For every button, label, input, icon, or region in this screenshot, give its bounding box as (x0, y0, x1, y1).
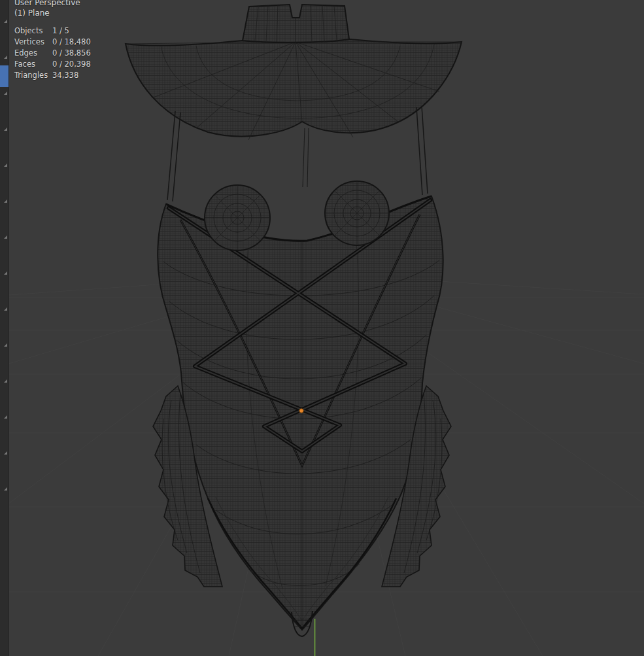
stat-value-triangles: 34,338 (52, 71, 91, 80)
tool-corner-mark[interactable] (4, 128, 7, 131)
stat-value-objects: 1 / 5 (52, 27, 91, 35)
scene-statistics: Objects 1 / 5 Vertices 0 / 18,480 Edges … (14, 27, 91, 80)
viewport-canvas[interactable] (0, 0, 644, 656)
tool-corner-mark[interactable] (4, 56, 7, 59)
stat-label-faces: Faces (14, 60, 51, 69)
toolbar[interactable] (0, 0, 9, 656)
stat-label-objects: Objects (14, 27, 51, 35)
stat-value-faces: 0 / 20,398 (52, 60, 91, 69)
stat-value-vertices: 0 / 18,480 (52, 38, 91, 46)
stat-label-edges: Edges (14, 49, 51, 58)
stat-label-triangles: Triangles (14, 71, 51, 80)
view-perspective-label: User Perspective (14, 0, 91, 8)
stat-label-vertices: Vertices (14, 38, 51, 46)
tool-corner-mark[interactable] (4, 487, 7, 491)
active-object-label: (1) Plane (14, 8, 91, 18)
tool-corner-mark[interactable] (4, 379, 7, 383)
tool-corner-mark[interactable] (4, 235, 7, 239)
wireframe-garment-mesh[interactable] (126, 5, 462, 636)
tool-corner-mark[interactable] (4, 92, 7, 95)
tool-corner-mark[interactable] (4, 451, 7, 455)
object-origin-dot (299, 409, 303, 413)
tool-corner-mark[interactable] (4, 164, 7, 167)
tool-corner-mark[interactable] (4, 271, 7, 275)
tool-corner-mark[interactable] (4, 307, 7, 311)
neck-collar[interactable] (243, 5, 349, 43)
cape-collar[interactable] (126, 39, 462, 137)
blender-3d-viewport[interactable]: User Perspective (1) Plane Objects 1 / 5… (0, 0, 644, 656)
tool-corner-mark[interactable] (4, 199, 7, 203)
cup-circle-right[interactable] (325, 181, 389, 245)
stat-value-edges: 0 / 38,856 (52, 49, 91, 58)
cup-circle-left[interactable] (205, 185, 270, 250)
tool-corner-mark[interactable] (4, 415, 7, 419)
viewport-overlay: User Perspective (1) Plane Objects 1 / 5… (14, 0, 91, 80)
tool-corner-mark[interactable] (4, 20, 7, 23)
tool-corner-mark[interactable] (4, 343, 7, 347)
active-tool-highlight[interactable] (0, 65, 8, 87)
